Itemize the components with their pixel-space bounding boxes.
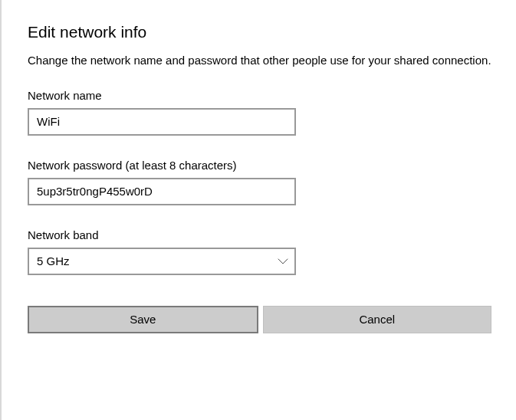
network-name-group: Network name xyxy=(28,89,491,136)
save-button[interactable]: Save xyxy=(28,306,258,333)
page-title: Edit network info xyxy=(28,23,491,41)
network-band-group: Network band 5 GHz xyxy=(28,228,491,275)
network-name-input[interactable] xyxy=(28,108,296,136)
network-password-input[interactable] xyxy=(28,178,296,205)
network-name-label: Network name xyxy=(28,89,491,102)
cancel-button[interactable]: Cancel xyxy=(263,306,492,333)
page-description: Change the network name and password tha… xyxy=(28,52,491,69)
network-password-label: Network password (at least 8 characters) xyxy=(28,159,491,172)
network-password-group: Network password (at least 8 characters) xyxy=(28,159,491,205)
button-row: Save Cancel xyxy=(28,306,491,333)
network-band-select-wrap: 5 GHz xyxy=(28,248,296,275)
network-band-label: Network band xyxy=(28,228,491,241)
network-band-select[interactable]: 5 GHz xyxy=(28,248,296,275)
